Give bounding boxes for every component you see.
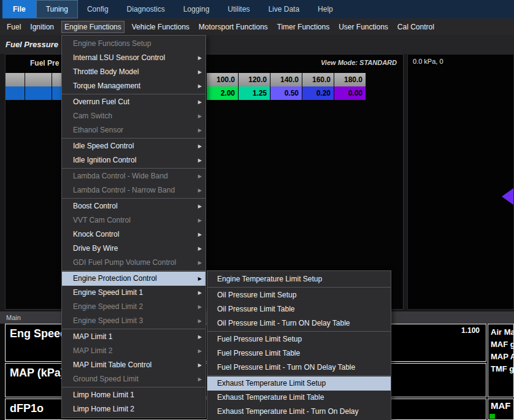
- menu-item-engine-speed-limit-1[interactable]: Engine Speed Limit 1▶: [62, 286, 205, 300]
- menu-item-map-limit-2[interactable]: MAP Limit 2▶: [62, 344, 205, 358]
- submenu-item-oil-pressure-limit-setup[interactable]: Oil Pressure Limit Setup: [207, 288, 391, 302]
- menu-tab-config[interactable]: Config: [78, 0, 118, 18]
- submenu-arrow-icon: ▶: [198, 344, 202, 358]
- submenu-arrow-icon: ▶: [198, 65, 202, 79]
- table-cell[interactable]: 0.00: [334, 86, 366, 100]
- menu-item-label: MAP Limit 2: [73, 346, 112, 355]
- menu-vehicle-functions[interactable]: Vehicle Functions: [130, 21, 191, 33]
- table-cell[interactable]: 2.00: [207, 86, 238, 100]
- menu-cal-control[interactable]: Cal Control: [396, 21, 436, 33]
- menu-tab-utilites[interactable]: Utilites: [218, 0, 259, 18]
- submenu-item-exhaust-temperature-limit-table[interactable]: Exhaust Temperature Limit Table: [207, 391, 391, 405]
- menu-item-idle-speed-control[interactable]: Idle Speed Control▶: [62, 139, 205, 153]
- menu-item-label: Ethanol Sensor: [73, 126, 123, 134]
- table-title: Fuel Pre: [30, 59, 59, 67]
- menu-item-boost-control[interactable]: Boost Control▶: [62, 199, 205, 213]
- menu-separator: [62, 329, 205, 329]
- menu-separator: [62, 270, 205, 271]
- column-header[interactable]: 140.0: [270, 73, 302, 86]
- column-header[interactable]: 180.0: [334, 73, 366, 86]
- submenu-arrow-icon: ▶: [198, 169, 202, 183]
- menu-item-label: Drive By Wire: [73, 244, 118, 253]
- submenu-item-fuel-pressure-limit-setup[interactable]: Fuel Pressure Limit Setup: [207, 332, 391, 346]
- menu-timer-functions[interactable]: Timer Functions: [275, 21, 332, 33]
- submenu-arrow-icon: ▶: [198, 139, 202, 153]
- menu-item-engine-speed-limit-3[interactable]: Engine Speed Limit 3▶: [62, 314, 205, 328]
- menu-item-lambda-control-wide-band[interactable]: Lambda Control - Wide Band▶: [62, 169, 205, 183]
- menu-tab-live-data[interactable]: Live Data: [259, 0, 309, 18]
- menu-item-lambda-control-narrow-band[interactable]: Lambda Control - Narrow Band▶: [62, 183, 205, 197]
- menu-motorsport-functions[interactable]: Motorsport Functions: [197, 21, 270, 33]
- menu-item-label: Limp Home Limit 1: [73, 391, 134, 399]
- submenu-arrow-icon: ▶: [198, 153, 202, 167]
- submenu-item-engine-temperature-limit-setup[interactable]: Engine Temperature Limit Setup: [207, 272, 391, 286]
- menu-item-label: MAP Limit 1: [73, 332, 112, 341]
- menu-item-limp-home-limit-1[interactable]: Limp Home Limit 1: [62, 388, 205, 402]
- menu-item-cam-switch[interactable]: Cam Switch▶: [62, 109, 205, 123]
- menu-separator: [207, 375, 391, 376]
- menu-item-knock-control[interactable]: Knock Control▶: [62, 227, 205, 242]
- menu-item-label: Engine Functions Setup: [73, 39, 151, 48]
- submenu-arrow-icon: ▶: [198, 95, 202, 109]
- app-window: Fuel Pressure Fuel Pre View Mode: STANDA…: [0, 0, 514, 420]
- table-cell[interactable]: 0.20: [302, 86, 334, 100]
- menu-item-label: Torque Management: [73, 82, 140, 90]
- submenu-arrow-icon: ▶: [198, 256, 202, 270]
- grid-line: [52, 73, 52, 86]
- submenu-arrow-icon: ▶: [198, 51, 202, 65]
- menu-item-map-limit-table-control[interactable]: MAP Limit Table Control▶: [62, 358, 205, 372]
- menu-item-ethanol-sensor[interactable]: Ethanol Sensor▶: [62, 123, 205, 137]
- submenu-arrow-icon: ▶: [198, 242, 202, 256]
- menu-item-label: Exhaust Temperature Limit Setup: [217, 379, 326, 388]
- grid-line: [25, 86, 25, 100]
- menu-separator: [62, 138, 205, 139]
- submenu-item-oil-pressure-limit-turn-on-delay-table[interactable]: Oil Pressure Limit - Turn ON Delay Table: [207, 316, 391, 330]
- menu-user-functions[interactable]: User Functions: [337, 21, 390, 33]
- table-cell[interactable]: 1.25: [239, 86, 270, 100]
- menu-item-limp-home-limit-2[interactable]: Limp Home Limit 2: [62, 402, 205, 416]
- submenu-arrow-icon: ▶: [198, 183, 202, 197]
- row-header-strip[interactable]: [6, 73, 62, 86]
- menu-item-map-limit-1[interactable]: MAP Limit 1▶: [62, 330, 205, 344]
- menu-tab-diagnostics[interactable]: Diagnostics: [118, 0, 174, 18]
- menu-engine-functions[interactable]: Engine Functions: [61, 21, 125, 33]
- menu-item-drive-by-wire[interactable]: Drive By Wire▶: [62, 242, 205, 256]
- menu-item-ground-speed-limit[interactable]: Ground Speed Limit▶: [62, 372, 205, 386]
- menu-item-label: Boost Control: [73, 202, 118, 210]
- menu-tab-help[interactable]: Help: [309, 0, 342, 18]
- submenu-arrow-icon: ▶: [198, 272, 202, 286]
- menu-item-throttle-body-model[interactable]: Throttle Body Model▶: [62, 65, 205, 79]
- menu-item-engine-protection-control[interactable]: Engine Protection Control▶: [62, 272, 205, 286]
- submenu-item-fuel-pressure-limit-table[interactable]: Fuel Pressure Limit Table: [207, 346, 391, 361]
- menu-item-internal-lsu-sensor-control[interactable]: Internal LSU Sensor Control▶: [62, 51, 205, 65]
- live-data-label: Air Ma: [488, 326, 513, 338]
- menu-item-label: Oil Pressure Limit - Turn ON Delay Table: [217, 319, 350, 327]
- column-header[interactable]: 100.0: [207, 73, 238, 86]
- column-header[interactable]: 120.0: [239, 73, 270, 86]
- menu-item-engine-speed-limit-2[interactable]: Engine Speed Limit 2▶: [62, 300, 205, 314]
- menu-tab-tuning[interactable]: Tuning: [36, 0, 78, 18]
- menu-separator: [207, 331, 391, 332]
- submenu-item-exhaust-temperature-limit-turn-on-delay[interactable]: Exhaust Temperature Limit - Turn On Dela…: [207, 405, 391, 419]
- submenu-item-oil-pressure-limit-table[interactable]: Oil Pressure Limit Table: [207, 302, 391, 316]
- menu-tab-file[interactable]: File: [2, 0, 36, 18]
- selected-row-strip[interactable]: [6, 86, 62, 100]
- submenu-item-fuel-pressure-limit-turn-on-delay-table[interactable]: Fuel Pressure Limit - Turn ON Delay Tabl…: [207, 361, 391, 375]
- menu-item-vvt-cam-control[interactable]: VVT Cam Control▶: [62, 213, 205, 227]
- menu-item-idle-ignition-control[interactable]: Idle Ignition Control▶: [62, 153, 205, 167]
- menu-item-gdi-fuel-pump-volume-control[interactable]: GDI Fuel Pump Volume Control▶: [62, 256, 205, 270]
- engine-protection-submenu: Engine Temperature Limit Setup Oil Press…: [207, 270, 391, 420]
- menu-item-engine-functions-setup[interactable]: Engine Functions Setup: [62, 37, 205, 51]
- gauge-label: MAF: [488, 399, 513, 411]
- submenu-arrow-icon: ▶: [198, 300, 202, 314]
- menu-item-torque-management[interactable]: Torque Management▶: [62, 79, 205, 93]
- table-cell[interactable]: 0.50: [270, 86, 302, 100]
- menu-fuel[interactable]: Fuel: [5, 21, 23, 33]
- submenu-item-exhaust-temperature-limit-setup[interactable]: Exhaust Temperature Limit Setup: [207, 376, 391, 391]
- menu-tab-logging[interactable]: Logging: [174, 0, 219, 18]
- menu-ignition[interactable]: Ignition: [28, 21, 56, 33]
- column-header[interactable]: 160.0: [302, 73, 334, 86]
- menu-item-overrun-fuel-cut[interactable]: Overrun Fuel Cut▶: [62, 95, 205, 109]
- graph-panel[interactable]: 0.0 kPa, 0: [407, 54, 514, 310]
- submenu-arrow-icon: ▶: [198, 372, 202, 386]
